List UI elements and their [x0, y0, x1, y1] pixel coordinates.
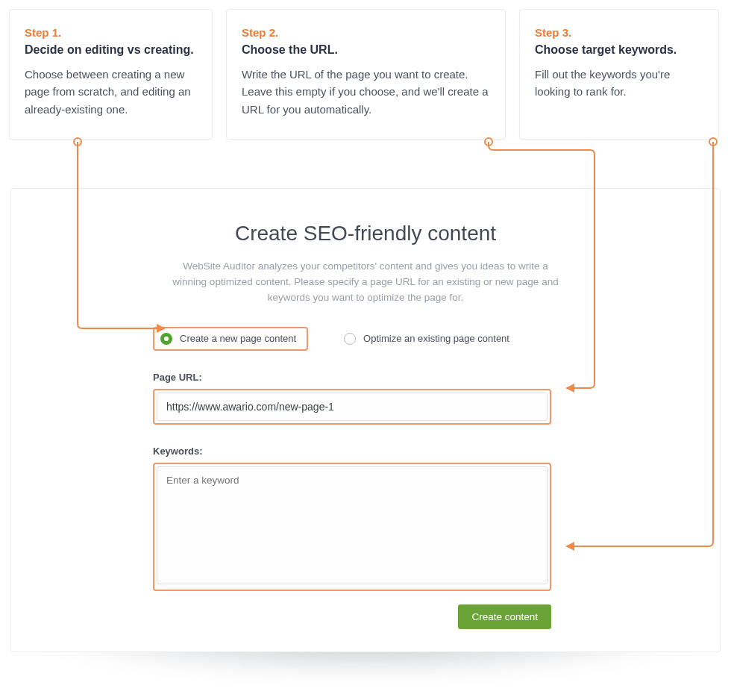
- step-title-3: Choose target keywords.: [535, 43, 703, 57]
- step-number-2: Step 2.: [242, 26, 490, 39]
- step-desc-1: Choose between creating a new page from …: [25, 66, 197, 118]
- step-title-1: Decide on editing vs creating.: [25, 43, 197, 57]
- keywords-label: Keywords:: [153, 446, 551, 457]
- radio-dot-icon: [344, 333, 356, 345]
- step-card-3: Step 3. Choose target keywords. Fill out…: [519, 9, 719, 140]
- create-content-button[interactable]: Create content: [458, 604, 551, 629]
- radio-create-label: Create a new page content: [180, 333, 296, 344]
- form-area: Create a new page content Optimize an ex…: [153, 327, 551, 629]
- step-desc-2: Write the URL of the page you want to cr…: [242, 66, 490, 118]
- radio-create-new[interactable]: Create a new page content: [153, 327, 308, 351]
- radio-optimize-label: Optimize an existing page content: [363, 333, 509, 344]
- step-card-1: Step 1. Decide on editing vs creating. C…: [9, 9, 213, 140]
- step-title-2: Choose the URL.: [242, 43, 490, 57]
- step-number-3: Step 3.: [535, 26, 703, 39]
- step-number-1: Step 1.: [25, 26, 197, 39]
- main-panel: Create SEO-friendly content WebSite Audi…: [10, 188, 721, 652]
- button-row: Create content: [153, 604, 551, 629]
- step-card-2: Step 2. Choose the URL. Write the URL of…: [226, 9, 506, 140]
- page-url-highlight: [153, 389, 551, 425]
- step-desc-3: Fill out the keywords you're looking to …: [535, 66, 703, 101]
- radio-dot-icon: [160, 333, 172, 345]
- keywords-highlight: [153, 463, 551, 591]
- page-url-input[interactable]: [157, 393, 548, 421]
- steps-row: Step 1. Decide on editing vs creating. C…: [0, 9, 731, 140]
- radio-row: Create a new page content Optimize an ex…: [153, 327, 551, 351]
- keywords-input[interactable]: [157, 466, 548, 584]
- page-url-label: Page URL:: [153, 372, 551, 383]
- radio-optimize-existing[interactable]: Optimize an existing page content: [344, 333, 509, 345]
- main-heading: Create SEO-friendly content: [40, 222, 691, 246]
- main-subtitle: WebSite Auditor analyzes your competitor…: [172, 259, 559, 306]
